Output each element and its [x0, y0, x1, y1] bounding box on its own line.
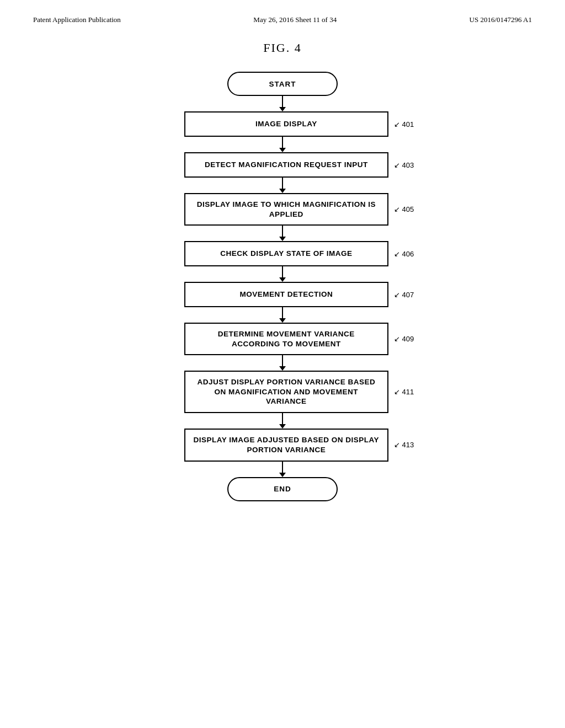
- arrow: [279, 307, 286, 323]
- step-411-box: ADJUST DISPLAY PORTION VARIANCE BASED ON…: [184, 371, 388, 413]
- arrow: [279, 413, 286, 429]
- ref-405: ↙ 405: [394, 205, 414, 213]
- step-401-row: IMAGE DISPLAY ↙ 401: [0, 111, 565, 137]
- step-406-row: CHECK DISPLAY STATE OF IMAGE ↙ 406: [0, 241, 565, 266]
- ref-403: ↙ 403: [394, 161, 414, 169]
- step-411-row: ADJUST DISPLAY PORTION VARIANCE BASED ON…: [0, 371, 565, 413]
- page-header: Patent Application Publication May 26, 2…: [0, 0, 565, 30]
- step-401-box: IMAGE DISPLAY: [184, 111, 388, 137]
- header-right: US 2016/0147296 A1: [470, 15, 532, 24]
- step-409-box: DETERMINE MOVEMENT VARIANCE ACCORDING TO…: [184, 323, 388, 355]
- end-row: END: [0, 477, 565, 501]
- step-405-row: DISPLAY IMAGE TO WHICH MAGNIFICATION IS …: [0, 193, 565, 226]
- step-403-row: DETECT MAGNIFICATION REQUEST INPUT ↙ 403: [0, 152, 565, 178]
- step-406-box: CHECK DISPLAY STATE OF IMAGE: [184, 241, 388, 266]
- start-box: START: [227, 72, 338, 96]
- arrow: [279, 462, 286, 477]
- fig-title: FIG. 4: [0, 41, 565, 55]
- ref-413: ↙ 413: [394, 441, 414, 449]
- ref-406: ↙ 406: [394, 250, 414, 258]
- step-409-row: DETERMINE MOVEMENT VARIANCE ACCORDING TO…: [0, 323, 565, 355]
- flowchart: START IMAGE DISPLAY ↙ 401 DETECT MAGNIFI…: [0, 72, 565, 523]
- start-row: START: [0, 72, 565, 96]
- step-413-row: DISPLAY IMAGE ADJUSTED BASED ON DISPLAY …: [0, 429, 565, 462]
- arrow: [279, 178, 286, 193]
- step-403-box: DETECT MAGNIFICATION REQUEST INPUT: [184, 152, 388, 178]
- arrow: [279, 137, 286, 152]
- header-left: Patent Application Publication: [33, 15, 121, 24]
- ref-409: ↙ 409: [394, 335, 414, 343]
- arrow: [279, 96, 286, 111]
- step-413-box: DISPLAY IMAGE ADJUSTED BASED ON DISPLAY …: [184, 429, 388, 462]
- header-middle: May 26, 2016 Sheet 11 of 34: [253, 15, 337, 24]
- arrow: [279, 226, 286, 241]
- arrow: [279, 266, 286, 282]
- arrow: [279, 355, 286, 371]
- end-box: END: [227, 477, 338, 501]
- step-407-row: MOVEMENT DETECTION ↙ 407: [0, 282, 565, 307]
- ref-411: ↙ 411: [394, 388, 414, 396]
- step-407-box: MOVEMENT DETECTION: [184, 282, 388, 307]
- ref-407: ↙ 407: [394, 291, 414, 299]
- step-405-box: DISPLAY IMAGE TO WHICH MAGNIFICATION IS …: [184, 193, 388, 226]
- ref-401: ↙ 401: [394, 120, 414, 129]
